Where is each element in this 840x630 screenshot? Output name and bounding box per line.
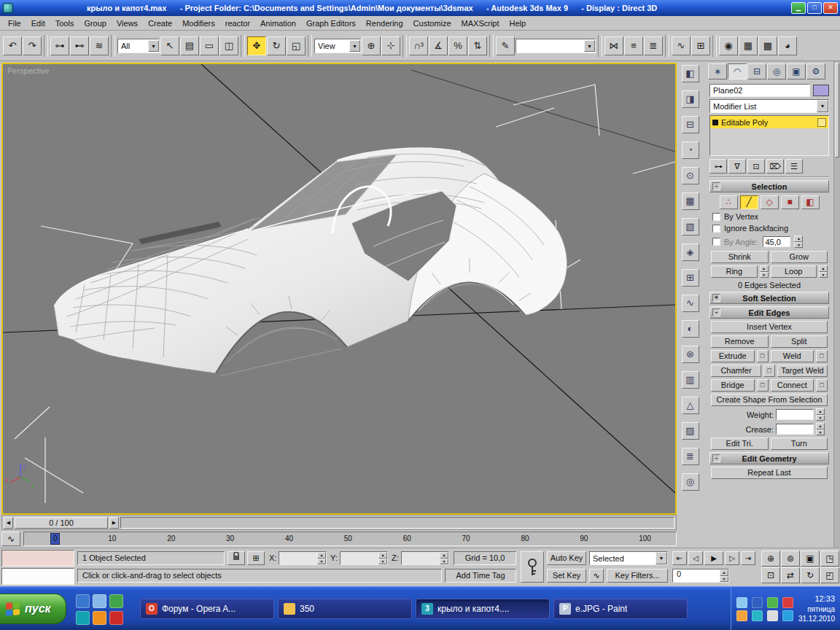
maximize-viewport-toggle-icon[interactable]: ◰ — [820, 567, 839, 583]
connect-button[interactable]: Connect — [771, 379, 814, 392]
modify-tab-icon[interactable]: ◠ — [728, 63, 747, 79]
menu-item[interactable]: Modifiers — [177, 17, 220, 30]
docked-tool-icon-4[interactable]: ◔ — [682, 141, 699, 159]
weight-spinner[interactable] — [816, 408, 825, 421]
tray-icon-6[interactable] — [752, 610, 763, 621]
docked-tool-icon-7[interactable]: ▧ — [682, 218, 699, 236]
render-last-icon[interactable]: ▩ — [758, 36, 777, 55]
insert-vertex-button[interactable]: Insert Vertex — [711, 321, 828, 333]
docked-tool-icon-12[interactable]: ⊛ — [682, 346, 699, 363]
object-name-field[interactable]: Plane02 — [709, 84, 810, 97]
bind-to-space-warp-icon[interactable]: ≋ — [90, 36, 109, 55]
display-tab-icon[interactable]: ▣ — [787, 63, 806, 79]
crease-field[interactable] — [776, 424, 814, 435]
edit-tri-button[interactable]: Edit Tri. — [711, 438, 769, 450]
select-and-manipulate-icon[interactable]: ⊹ — [381, 36, 400, 55]
zoom-region-icon[interactable]: ⊡ — [761, 567, 780, 583]
set-keys-button[interactable] — [521, 551, 544, 583]
ignore-backfacing-checkbox[interactable] — [712, 225, 720, 233]
go-to-start-button[interactable]: ⇤ — [672, 551, 687, 565]
auto-key-button[interactable]: Auto Key — [547, 551, 586, 565]
minimize-button[interactable] — [791, 2, 806, 14]
edge-subobject-icon[interactable]: ╱ — [740, 195, 758, 209]
macro-recorder-field[interactable] — [1, 550, 74, 567]
by-angle-field[interactable]: 45,0 — [763, 236, 790, 247]
stack-visibility-icon[interactable] — [817, 118, 826, 127]
selection-filter-dropdown[interactable]: All — [117, 39, 160, 53]
object-color-swatch[interactable] — [813, 85, 829, 96]
create-shape-button[interactable]: Create Shape From Selection — [711, 394, 828, 406]
use-pivot-point-icon[interactable]: ⊕ — [362, 36, 381, 55]
select-and-scale-icon[interactable]: ◱ — [287, 36, 306, 55]
absolute-offset-toggle[interactable] — [247, 551, 265, 565]
x-coordinate-field[interactable] — [279, 551, 327, 565]
quick-launch-icon-6[interactable] — [109, 611, 123, 625]
make-unique-icon[interactable]: ⊡ — [747, 159, 765, 174]
modifier-list-dropdown[interactable]: Modifier List — [709, 99, 829, 113]
select-and-link-icon[interactable]: ⊶ — [50, 36, 69, 55]
menu-item[interactable]: Animation — [255, 17, 301, 30]
layer-manager-icon[interactable]: ≣ — [644, 36, 663, 55]
weld-settings-button[interactable] — [816, 350, 828, 362]
docked-tool-icon-6[interactable]: ▦ — [682, 192, 699, 210]
rollout-edit-edges-header[interactable]: - Edit Edges — [709, 306, 829, 319]
time-slider[interactable]: ◀ 0 / 100 ▶ — [1, 515, 677, 530]
weight-field[interactable] — [776, 409, 814, 420]
docked-tool-icon-8[interactable]: ◈ — [682, 244, 699, 261]
y-coordinate-field[interactable] — [340, 551, 388, 565]
modifier-stack[interactable]: Editable Poly — [709, 115, 829, 156]
utilities-tab-icon[interactable]: ⚙ — [806, 63, 825, 79]
connect-settings-button[interactable] — [816, 379, 828, 392]
task-paint[interactable]: P e.JPG - Paint — [553, 599, 688, 619]
border-subobject-icon[interactable]: ◇ — [761, 195, 779, 209]
default-tangent-button[interactable] — [589, 569, 604, 583]
menu-item[interactable]: File — [3, 17, 26, 30]
select-and-move-icon[interactable]: ✥ — [247, 36, 266, 55]
arc-rotate-icon[interactable]: ↻ — [801, 567, 820, 583]
menu-item[interactable]: Rendering — [361, 17, 408, 30]
tray-icon-3[interactable] — [767, 597, 778, 608]
mini-curve-editor-button[interactable] — [1, 532, 20, 546]
configure-modifier-sets-icon[interactable]: ☰ — [785, 159, 803, 174]
docked-tool-icon-5[interactable]: ⊙ — [682, 167, 699, 184]
pan-icon[interactable]: ⇄ — [781, 567, 800, 583]
shrink-button[interactable]: Shrink — [711, 251, 769, 263]
start-button[interactable]: пуск — [0, 594, 66, 624]
extrude-button[interactable]: Extrude — [711, 350, 755, 362]
chevron-down-icon[interactable] — [349, 40, 360, 52]
menu-item[interactable]: Help — [505, 17, 532, 30]
add-time-tag[interactable]: Add Time Tag — [445, 569, 516, 583]
set-key-button[interactable]: Set Key — [547, 569, 586, 583]
track-bar-ruler[interactable]: 0102030405060708090100 — [23, 532, 677, 546]
vertex-subobject-icon[interactable]: ∴ — [720, 195, 738, 209]
docked-tool-icon-11[interactable]: ◐ — [682, 320, 699, 338]
polygon-subobject-icon[interactable]: ■ — [781, 195, 799, 209]
chevron-down-icon[interactable] — [148, 40, 159, 52]
select-object-icon[interactable]: ↖ — [160, 36, 179, 55]
menu-item[interactable]: reactor — [220, 17, 255, 30]
ring-button[interactable]: Ring — [711, 265, 758, 278]
reference-coordinate-dropdown[interactable]: View — [314, 39, 361, 53]
quick-launch-icon-5[interactable] — [93, 611, 106, 625]
key-mode-dropdown[interactable]: Selected — [589, 551, 668, 565]
menu-item[interactable]: Customize — [408, 17, 456, 30]
viewport-perspective[interactable]: z x y Perspective — [1, 63, 677, 515]
time-slider-track[interactable] — [120, 517, 674, 529]
tray-icon-4[interactable] — [782, 597, 793, 608]
chamfer-button[interactable]: Chamfer — [711, 365, 761, 377]
key-filters-button[interactable]: Key Filters... — [607, 569, 668, 583]
spinner-snap-icon[interactable]: ⇅ — [468, 36, 487, 55]
unlink-selection-icon[interactable]: ⊷ — [70, 36, 89, 55]
rollout-soft-selection-header[interactable]: + Soft Selection — [709, 292, 829, 304]
docked-tool-icon-15[interactable]: ▨ — [682, 422, 699, 440]
menu-item[interactable]: Graph Editors — [301, 17, 361, 30]
hierarchy-tab-icon[interactable]: ⊟ — [747, 63, 766, 79]
loop-spinner[interactable] — [819, 265, 828, 278]
rollout-selection-header[interactable]: - Selection — [709, 180, 829, 192]
grow-button[interactable]: Grow — [771, 251, 828, 263]
time-slider-handle[interactable]: 0 / 100 — [15, 517, 108, 529]
next-frame-button[interactable]: ▷ — [725, 551, 739, 565]
element-subobject-icon[interactable]: ◧ — [801, 195, 820, 209]
select-and-rotate-icon[interactable]: ↻ — [267, 36, 286, 55]
angle-snap-icon[interactable]: ∡ — [429, 36, 448, 55]
